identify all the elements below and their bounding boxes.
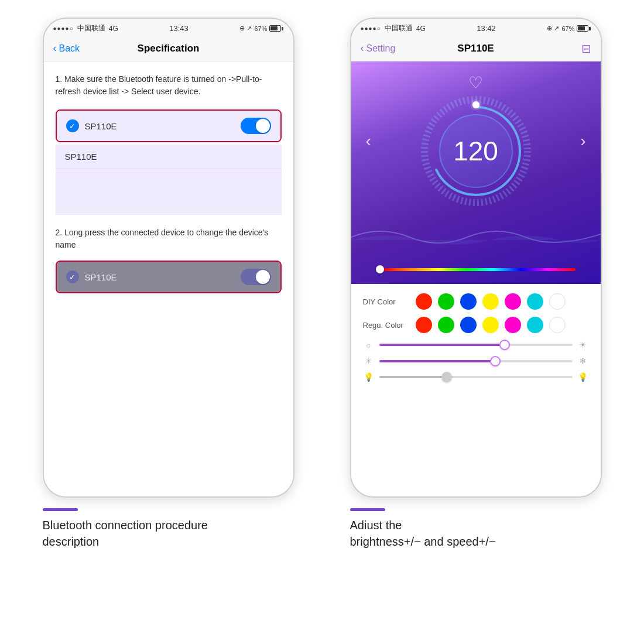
left-phone-content: 1. Make sure the Bluetooth feature is tu… bbox=[44, 61, 293, 496]
power-slider-track[interactable] bbox=[379, 376, 573, 378]
signal-dots: ●●●●○ bbox=[53, 25, 74, 32]
left-nav-bar: ‹ Back Specification bbox=[44, 36, 293, 61]
battery-percent: 67% bbox=[254, 25, 267, 32]
bulb-off-icon: 💡 bbox=[363, 372, 375, 382]
left-status-bar-left: ●●●●○ 中国联通 4G bbox=[53, 23, 118, 33]
regu-color-magenta[interactable] bbox=[505, 317, 521, 333]
device-list-area: SP110E bbox=[56, 145, 282, 215]
page-title: Specification bbox=[138, 43, 200, 54]
right-caption: Adiust thebrightness+/− and speed+/− bbox=[350, 508, 602, 550]
diy-color-blue[interactable] bbox=[460, 293, 477, 310]
regu-color-white[interactable] bbox=[549, 317, 566, 333]
power-slider-row: 💡 💡 bbox=[363, 372, 589, 382]
next-arrow[interactable]: › bbox=[580, 132, 585, 150]
instruction-1: 1. Make sure the Bluetooth feature is tu… bbox=[56, 73, 282, 98]
speed-slider-row: ✳ ✻ bbox=[363, 357, 589, 365]
check-icon-1: ✓ bbox=[66, 119, 79, 132]
back-chevron-icon: ‹ bbox=[53, 42, 57, 54]
right-status-bar-left: ●●●●○ 中国联通 4G bbox=[361, 23, 426, 33]
diy-color-magenta[interactable] bbox=[505, 293, 521, 310]
diy-color-cyan[interactable] bbox=[527, 293, 543, 310]
right-back-chevron-icon: ‹ bbox=[361, 42, 364, 54]
right-battery-icon bbox=[577, 25, 591, 32]
time-label: 13:43 bbox=[169, 24, 189, 33]
toggle-2[interactable] bbox=[241, 269, 271, 285]
color-slider-thumb[interactable] bbox=[376, 265, 384, 273]
diy-color-white[interactable] bbox=[549, 293, 566, 310]
right-status-bar: ●●●●○ 中国联通 4G 13:42 ⊕ ↗ 67% bbox=[351, 19, 601, 36]
left-status-bar-right: ⊕ ↗ 67% bbox=[239, 25, 283, 32]
device-name-2: SP110E bbox=[85, 272, 117, 282]
regu-color-yellow[interactable] bbox=[482, 317, 499, 333]
gradient-display-area: ♡ bbox=[351, 61, 601, 284]
color-slider-row bbox=[376, 265, 576, 273]
bpm-circle-container: 120 bbox=[417, 98, 535, 204]
toggle-1[interactable] bbox=[241, 118, 271, 134]
regu-color-blue[interactable] bbox=[460, 317, 477, 333]
left-caption-text: Bluetooth connection proceduredescriptio… bbox=[43, 517, 294, 550]
battery-icon bbox=[269, 25, 283, 32]
diy-color-label: DIY Color bbox=[363, 297, 410, 306]
prev-arrow[interactable]: ‹ bbox=[366, 132, 371, 150]
left-caption: Bluetooth connection proceduredescriptio… bbox=[43, 508, 294, 550]
diy-color-row: DIY Color bbox=[363, 293, 589, 310]
regu-color-label: Regu. Color bbox=[363, 321, 410, 330]
sun-small-icon: ☼ bbox=[363, 340, 375, 350]
left-phone-frame: ●●●●○ 中国联通 4G 13:43 ⊕ ↗ 67% ‹ bbox=[43, 18, 294, 498]
speed-fast-icon: ✻ bbox=[577, 357, 589, 365]
left-status-bar: ●●●●○ 中国联通 4G 13:43 ⊕ ↗ 67% bbox=[44, 19, 293, 36]
brightness-slider-row: ☼ ☀ bbox=[363, 340, 589, 350]
check-icon-2: ✓ bbox=[66, 270, 79, 283]
diy-color-yellow[interactable] bbox=[482, 293, 499, 310]
wave-area bbox=[351, 220, 601, 249]
speed-slow-icon: ✳ bbox=[363, 357, 375, 365]
power-slider-thumb[interactable] bbox=[441, 372, 452, 382]
carrier-label: 中国联通 bbox=[77, 23, 105, 33]
right-gps-icon: ⊕ ↗ bbox=[547, 25, 559, 32]
right-nav-bar: ‹ Setting SP110E ⊟ bbox=[351, 36, 601, 61]
device-row-2[interactable]: ✓ SP110E bbox=[57, 262, 280, 292]
bulb-on-icon: 💡 bbox=[577, 372, 589, 382]
diy-color-green[interactable] bbox=[438, 293, 454, 310]
right-phone-section: ●●●●○ 中国联通 4G 13:42 ⊕ ↗ 67% ‹ bbox=[331, 18, 621, 621]
diy-color-red[interactable] bbox=[416, 293, 432, 310]
right-phone-frame: ●●●●○ 中国联通 4G 13:42 ⊕ ↗ 67% ‹ bbox=[350, 18, 602, 498]
sun-large-icon: ☀ bbox=[577, 340, 589, 350]
right-page-title: SP110E bbox=[457, 43, 494, 54]
right-carrier-label: 中国联通 bbox=[385, 23, 413, 33]
right-status-bar-right: ⊕ ↗ 67% bbox=[547, 25, 591, 32]
brightness-slider-thumb[interactable] bbox=[499, 340, 510, 350]
right-battery-percent: 67% bbox=[561, 25, 574, 32]
device-list-item-1[interactable]: SP110E bbox=[56, 145, 282, 169]
right-time-label: 13:42 bbox=[477, 24, 496, 33]
device-left-1: ✓ SP110E bbox=[66, 119, 117, 132]
right-signal-dots: ●●●●○ bbox=[361, 25, 381, 32]
back-button[interactable]: ‹ Back bbox=[53, 42, 80, 54]
right-network-label: 4G bbox=[416, 25, 426, 33]
doc-icon[interactable]: ⊟ bbox=[581, 42, 591, 56]
network-label: 4G bbox=[109, 25, 118, 33]
speed-slider-thumb[interactable] bbox=[490, 356, 501, 366]
heart-icon: ♡ bbox=[468, 73, 483, 93]
right-caption-line bbox=[350, 508, 385, 511]
instruction-2: 2. Long press the connected device to ch… bbox=[56, 227, 282, 251]
brightness-slider-track[interactable] bbox=[379, 344, 573, 346]
device-card-1[interactable]: ✓ SP110E bbox=[56, 109, 282, 142]
device-row-1[interactable]: ✓ SP110E bbox=[57, 111, 280, 141]
setting-label[interactable]: Setting bbox=[366, 43, 396, 54]
regu-color-green[interactable] bbox=[438, 317, 454, 333]
device-left-2: ✓ SP110E bbox=[66, 270, 117, 283]
gps-icon: ⊕ ↗ bbox=[239, 25, 252, 32]
regu-color-red[interactable] bbox=[416, 317, 432, 333]
controls-area: DIY Color Regu. Color bbox=[351, 284, 601, 496]
setting-back-button[interactable]: ‹ Setting bbox=[361, 42, 396, 54]
device-card-2[interactable]: ✓ SP110E bbox=[56, 261, 282, 293]
color-slider-track[interactable] bbox=[384, 268, 576, 271]
right-caption-text: Adiust thebrightness+/− and speed+/− bbox=[350, 517, 602, 550]
circle-value: 120 bbox=[453, 135, 498, 167]
regu-color-cyan[interactable] bbox=[527, 317, 543, 333]
left-phone-section: ●●●●○ 中国联通 4G 13:43 ⊕ ↗ 67% ‹ bbox=[23, 18, 313, 621]
speed-slider-track[interactable] bbox=[379, 360, 573, 362]
device-name-1: SP110E bbox=[85, 121, 117, 131]
back-label[interactable]: Back bbox=[59, 43, 80, 54]
